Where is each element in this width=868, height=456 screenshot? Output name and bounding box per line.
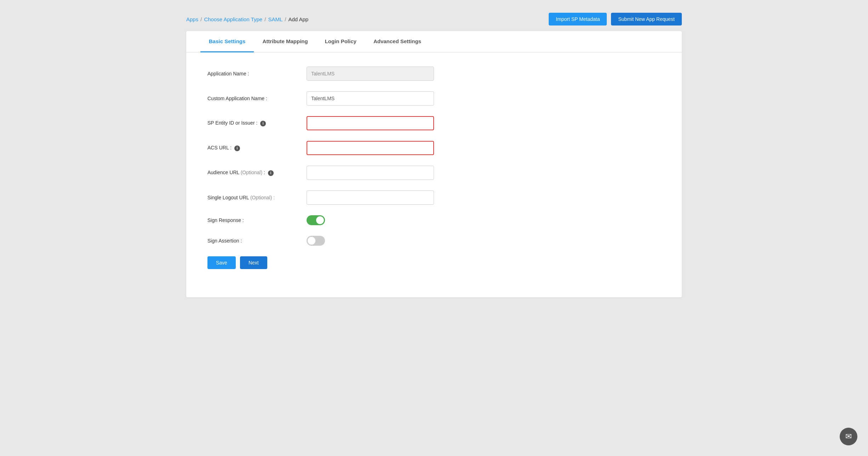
sign-assertion-slider [307, 236, 325, 246]
top-actions: Import SP Metadata Submit New App Reques… [549, 13, 682, 25]
top-bar: Apps / Choose Application Type / SAML / … [186, 7, 682, 31]
main-card: Basic Settings Attribute Mapping Login P… [186, 31, 682, 297]
audience-url-label: Audience URL (Optional) : i [207, 170, 307, 176]
tab-basic-settings[interactable]: Basic Settings [200, 31, 254, 52]
breadcrumb-sep-2: / [264, 16, 266, 22]
tab-attribute-mapping[interactable]: Attribute Mapping [254, 31, 316, 52]
sign-response-row: Sign Response : [207, 215, 661, 225]
application-name-row: Application Name : [207, 67, 661, 81]
application-name-input[interactable] [307, 67, 434, 81]
custom-application-name-input[interactable] [307, 91, 434, 106]
acs-url-row: ACS URL : i [207, 141, 661, 155]
sp-entity-info-icon[interactable]: i [260, 121, 266, 126]
breadcrumb-saml[interactable]: SAML [268, 16, 282, 22]
breadcrumb-add-app: Add App [288, 16, 308, 22]
save-button[interactable]: Save [207, 256, 236, 269]
single-logout-url-input[interactable] [307, 190, 434, 205]
chat-icon[interactable]: ✉ [840, 428, 857, 445]
acs-url-info-icon[interactable]: i [234, 146, 240, 151]
acs-url-label: ACS URL : i [207, 145, 307, 151]
breadcrumb-apps[interactable]: Apps [186, 16, 198, 22]
sp-entity-input[interactable] [307, 116, 434, 130]
sign-response-toggle[interactable] [307, 215, 325, 225]
tabs-container: Basic Settings Attribute Mapping Login P… [186, 31, 682, 52]
audience-url-row: Audience URL (Optional) : i [207, 166, 661, 180]
custom-application-name-row: Custom Application Name : [207, 91, 661, 106]
sp-entity-row: SP Entity ID or Issuer : i [207, 116, 661, 130]
form-actions: Save Next [207, 256, 661, 269]
single-logout-url-row: Single Logout URL (Optional) : [207, 190, 661, 205]
submit-new-app-request-button[interactable]: Submit New App Request [611, 13, 682, 25]
sign-response-slider [307, 215, 325, 225]
sign-assertion-toggle[interactable] [307, 236, 325, 246]
import-sp-metadata-button[interactable]: Import SP Metadata [549, 13, 607, 25]
next-button[interactable]: Next [240, 256, 267, 269]
sign-assertion-row: Sign Assertion : [207, 236, 661, 246]
form-area: Application Name : Custom Application Na… [186, 52, 682, 283]
breadcrumb-choose-type[interactable]: Choose Application Type [204, 16, 262, 22]
single-logout-url-label: Single Logout URL (Optional) : [207, 195, 307, 200]
custom-application-name-label: Custom Application Name : [207, 96, 307, 101]
sign-assertion-label: Sign Assertion : [207, 238, 307, 244]
acs-url-input[interactable] [307, 141, 434, 155]
sign-response-label: Sign Response : [207, 217, 307, 223]
page-wrapper: Apps / Choose Application Type / SAML / … [186, 7, 682, 297]
tab-login-policy[interactable]: Login Policy [316, 31, 365, 52]
audience-url-input[interactable] [307, 166, 434, 180]
tab-advanced-settings[interactable]: Advanced Settings [365, 31, 430, 52]
breadcrumb-sep-3: / [285, 16, 286, 22]
breadcrumb: Apps / Choose Application Type / SAML / … [186, 16, 308, 22]
audience-url-info-icon[interactable]: i [268, 170, 274, 176]
sp-entity-label: SP Entity ID or Issuer : i [207, 120, 307, 126]
application-name-label: Application Name : [207, 71, 307, 76]
breadcrumb-sep-1: / [200, 16, 202, 22]
